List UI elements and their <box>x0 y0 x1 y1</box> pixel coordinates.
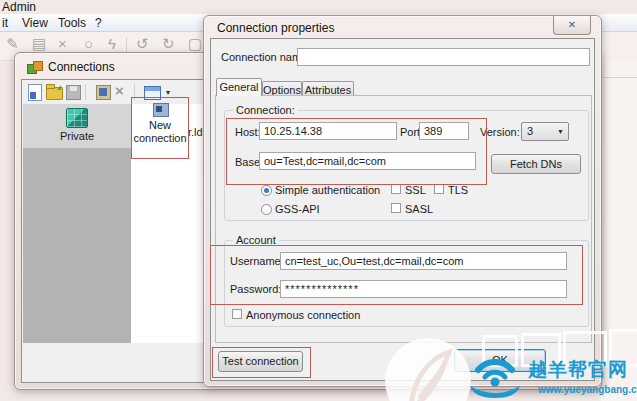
username-input[interactable]: cn=test_uc,Ou=test,dc=mail,dc=com <box>280 252 567 270</box>
anonymous-connection-checkbox[interactable] <box>232 309 242 319</box>
gss-api-radio[interactable] <box>261 204 272 215</box>
main-window-content-right <box>601 60 637 401</box>
delete-icon[interactable]: × <box>58 35 67 52</box>
connections-window-title: Connections <box>48 60 115 74</box>
toolbar-separator <box>85 84 86 100</box>
connection-properties-dialog: Connection properties ✕ Connection name:… <box>203 15 602 387</box>
page-icon[interactable]: ▢ <box>188 35 202 53</box>
password-label: Password: <box>230 283 281 295</box>
group-item-label: Private <box>60 130 94 142</box>
list-item-new-connection[interactable]: New connection <box>133 100 187 158</box>
save-icon[interactable] <box>66 85 81 100</box>
toolbar-separator <box>134 84 135 100</box>
chevron-down-icon: ▼ <box>557 128 564 135</box>
connections-window-icon <box>27 61 41 73</box>
connection-name-input[interactable] <box>297 48 590 66</box>
new-connection-item-icon <box>153 103 169 117</box>
ssl-checkbox[interactable] <box>391 184 401 194</box>
redo-icon[interactable]: ↻ <box>162 35 175 53</box>
sasl-label: SASL <box>405 203 433 215</box>
ok-button[interactable]: OK <box>454 349 546 372</box>
group-item-private[interactable]: Private <box>23 104 131 148</box>
tab-options[interactable]: Options <box>262 81 302 96</box>
port-input[interactable]: 389 <box>419 122 469 140</box>
account-group-label: Account <box>233 234 279 246</box>
base-input[interactable]: ou=Test,dc=mail,dc=com <box>259 152 476 170</box>
new-connection-icon[interactable] <box>28 84 42 101</box>
host-label: Host: <box>235 126 261 138</box>
menu-item-edit[interactable]: it <box>2 16 8 30</box>
app-window-title: Admin <box>2 0 36 14</box>
tab-general[interactable]: General <box>216 78 262 96</box>
list-item-partial[interactable]: r.ld <box>188 126 203 138</box>
bolt-icon[interactable]: ϟ <box>108 35 116 52</box>
simple-authentication-radio[interactable] <box>261 185 272 196</box>
host-input[interactable]: 10.25.14.38 <box>259 122 397 140</box>
undo-icon[interactable]: ↺ <box>136 35 149 53</box>
view-mode-icon[interactable] <box>144 86 161 100</box>
connection-groups-panel: Private <box>23 104 131 343</box>
search-icon[interactable]: ○ <box>84 35 93 52</box>
edit-icon[interactable]: ✎ <box>6 35 19 53</box>
menu-item-help[interactable]: ? <box>95 16 102 30</box>
properties-icon[interactable] <box>96 85 111 100</box>
connection-group-label: Connection: <box>233 104 298 116</box>
private-folder-icon <box>66 108 88 128</box>
version-label: Version: <box>480 126 520 138</box>
dialog-client-area: Connection name: General Options Attribu… <box>210 38 595 381</box>
tls-label: TLS <box>448 184 468 196</box>
menu-item-tools[interactable]: Tools <box>58 16 86 30</box>
close-icon[interactable]: ✕ <box>553 16 591 35</box>
version-dropdown[interactable]: 3 ▼ <box>521 122 569 141</box>
version-value: 3 <box>527 125 533 137</box>
menu-item-view[interactable]: View <box>22 16 48 30</box>
fetch-dns-button[interactable]: Fetch DNs <box>491 154 581 174</box>
chevron-down-icon[interactable]: ▾ <box>166 88 170 97</box>
general-tab-panel: Connection: Host: 10.25.14.38 Port: 389 … <box>215 95 592 343</box>
tls-checkbox[interactable] <box>434 184 444 194</box>
test-connection-button[interactable]: Test connection <box>218 351 303 372</box>
sasl-checkbox[interactable] <box>391 203 401 213</box>
gss-api-label: GSS-API <box>275 203 320 215</box>
dialog-title: Connection properties <box>217 21 334 35</box>
delete-icon[interactable]: × <box>115 82 124 99</box>
open-icon[interactable] <box>46 87 63 100</box>
save-icon[interactable]: ▤ <box>32 35 46 53</box>
password-input[interactable]: ************** <box>280 280 567 298</box>
username-label: Username: <box>230 255 284 267</box>
anonymous-connection-label: Anonymous connection <box>246 309 360 321</box>
main-window-divider <box>601 77 637 78</box>
ssl-label: SSL <box>405 184 426 196</box>
list-item-label: New connection <box>133 119 187 145</box>
simple-authentication-label: Simple authentication <box>275 184 380 196</box>
tab-attributes[interactable]: Attributes <box>302 81 354 96</box>
